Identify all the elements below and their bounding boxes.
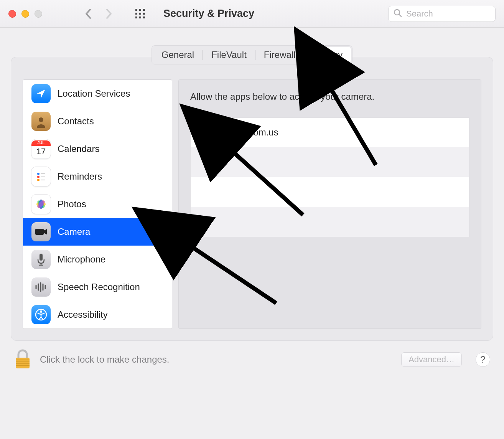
svg-point-19 <box>36 199 46 209</box>
advanced-button[interactable]: Advanced… <box>401 352 462 367</box>
svg-point-22 <box>39 200 43 209</box>
app-row-zoom[interactable]: zoom.us <box>191 118 469 147</box>
svg-point-23 <box>36 199 46 209</box>
sidebar-item-label: Microphone <box>58 254 105 265</box>
tab-privacy[interactable]: Privacy <box>304 47 351 63</box>
tab-bar: General FileVault Firewall Privacy <box>152 45 352 64</box>
content-heading: Allow the apps below to access your came… <box>190 91 469 102</box>
titlebar: Security & Privacy <box>0 0 504 28</box>
svg-point-21 <box>36 199 46 209</box>
sidebar-item-label: Photos <box>58 199 86 210</box>
tab-firewall[interactable]: Firewall <box>255 47 304 63</box>
svg-rect-4 <box>139 13 141 15</box>
checkmark-icon <box>201 129 208 136</box>
accessibility-icon <box>31 305 51 324</box>
sidebar-item-camera[interactable]: Camera <box>23 218 172 246</box>
svg-point-16 <box>37 179 40 181</box>
app-row-empty <box>191 147 469 177</box>
svg-rect-7 <box>139 17 141 18</box>
sidebar-item-label: Speech Recognition <box>58 282 140 292</box>
svg-rect-36 <box>16 358 30 368</box>
camera-icon <box>31 222 51 241</box>
app-name-label: zoom.us <box>244 127 278 138</box>
svg-rect-1 <box>139 9 141 11</box>
close-window-button[interactable] <box>8 10 16 18</box>
window-title: Security & Privacy <box>163 8 254 20</box>
app-row-empty <box>191 177 469 207</box>
svg-rect-24 <box>35 229 44 235</box>
svg-point-18 <box>39 200 43 209</box>
svg-point-33 <box>36 309 46 320</box>
sidebar-item-label: Calendars <box>58 144 99 154</box>
svg-rect-5 <box>143 13 145 15</box>
grid-icon <box>135 8 146 20</box>
privacy-category-list[interactable]: Location Services Contacts JUL 17 Calend… <box>23 79 172 329</box>
maximize-window-button <box>35 10 42 18</box>
sidebar-item-location[interactable]: Location Services <box>23 80 172 107</box>
svg-point-14 <box>37 176 40 178</box>
calendar-icon: JUL 17 <box>31 139 51 158</box>
content-pane: Allow the apps below to access your came… <box>178 79 481 329</box>
search-icon <box>394 9 402 19</box>
photos-icon <box>31 195 51 214</box>
lock-hint: Click the lock to make changes. <box>40 354 170 365</box>
svg-line-42 <box>226 146 303 215</box>
microphone-icon <box>31 250 51 269</box>
location-icon <box>31 84 51 103</box>
footer: Click the lock to make changes. Advanced… <box>0 341 504 378</box>
show-all-button[interactable] <box>132 5 149 22</box>
svg-rect-25 <box>40 254 43 261</box>
svg-line-41 <box>326 81 376 165</box>
svg-rect-0 <box>135 9 137 11</box>
sidebar-item-speech[interactable]: Speech Recognition <box>23 273 172 301</box>
sidebar-item-label: Contacts <box>58 116 94 127</box>
tab-filevault[interactable]: FileVault <box>203 47 255 63</box>
sidebar-item-reminders[interactable]: Reminders <box>23 163 172 190</box>
app-permission-list[interactable]: zoom.us <box>190 117 469 237</box>
app-checkbox-zoom[interactable] <box>199 127 210 138</box>
sidebar-item-accessibility[interactable]: Accessibility <box>23 301 172 328</box>
chevron-left-icon <box>84 8 92 20</box>
svg-rect-8 <box>143 17 145 18</box>
sidebar-item-label: Reminders <box>58 171 102 182</box>
svg-line-43 <box>184 242 276 303</box>
svg-point-11 <box>39 117 43 122</box>
help-button[interactable]: ? <box>476 352 490 367</box>
svg-line-10 <box>399 14 401 17</box>
chevron-right-icon <box>105 8 113 20</box>
sidebar-item-label: Location Services <box>58 88 130 99</box>
back-button[interactable] <box>80 5 97 22</box>
search-input[interactable] <box>388 6 496 22</box>
speech-icon <box>31 277 51 297</box>
svg-point-12 <box>37 173 40 175</box>
svg-rect-2 <box>143 9 145 11</box>
forward-button[interactable] <box>100 5 117 22</box>
sidebar-item-calendars[interactable]: JUL 17 Calendars <box>23 135 172 163</box>
sidebar-item-microphone[interactable]: Microphone <box>23 246 172 273</box>
contacts-icon <box>31 112 51 131</box>
svg-rect-3 <box>135 13 137 15</box>
svg-rect-6 <box>135 17 137 18</box>
svg-rect-35 <box>221 129 228 135</box>
sidebar-item-contacts[interactable]: Contacts <box>23 107 172 135</box>
svg-point-34 <box>40 310 42 313</box>
minimize-window-button[interactable] <box>21 10 29 18</box>
lock-icon[interactable] <box>14 349 31 370</box>
svg-point-20 <box>36 202 46 206</box>
zoom-app-icon <box>217 123 236 142</box>
sidebar-item-label: Accessibility <box>58 309 108 320</box>
app-row-empty <box>191 207 469 237</box>
tab-general[interactable]: General <box>153 47 203 63</box>
main-panel: Location Services Contacts JUL 17 Calend… <box>11 57 493 341</box>
reminders-icon <box>31 167 51 186</box>
traffic-lights <box>8 10 42 18</box>
sidebar-item-label: Camera <box>58 226 90 237</box>
sidebar-item-photos[interactable]: Photos <box>23 190 172 218</box>
